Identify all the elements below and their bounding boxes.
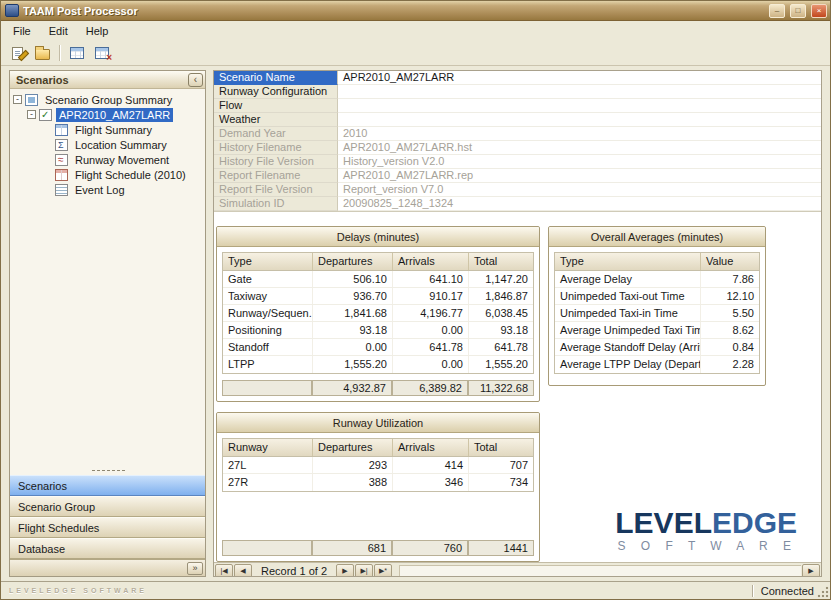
runway-groupbox: Runway Utilization Runway Departures Arr… <box>216 412 540 562</box>
tree-item-icon <box>55 169 68 181</box>
table-icon <box>70 47 84 59</box>
close-table-button[interactable] <box>91 43 113 63</box>
sidebar-nav-button[interactable]: Scenario Group <box>10 496 205 517</box>
property-value <box>338 99 821 113</box>
last-record-button[interactable]: ▶| <box>355 564 373 577</box>
tree-item[interactable]: - Runway Movement <box>10 152 205 167</box>
property-row[interactable]: Flow <box>214 99 821 113</box>
app-window: TAAM Post Processor – □ × File Edit Help… <box>0 0 831 600</box>
delays-table-row: Taxiway 936.70 910.17 1,846.87 <box>223 288 533 305</box>
tree-item[interactable]: - Location Summary <box>10 137 205 152</box>
property-row[interactable]: Weather <box>214 113 821 127</box>
averages-table-row: Average Standoff Delay (Arrivals) 0.84 <box>555 339 759 356</box>
averages-title: Overall Averages (minutes) <box>549 227 765 247</box>
property-row[interactable]: History File Version History_version V2.… <box>214 155 821 169</box>
property-value: 20090825_1248_1324 <box>338 197 821 211</box>
averages-groupbox: Overall Averages (minutes) Type Value <box>548 226 766 386</box>
menu-item[interactable]: File <box>4 23 40 40</box>
tree-item[interactable]: - Flight Schedule (2010) <box>10 167 205 182</box>
tree-item[interactable]: - APR2010_AM27LARR <box>10 107 205 122</box>
averages-table-row: Unimpeded Taxi-in Time 5.50 <box>555 305 759 322</box>
property-value: APR2010_AM27LARR.rep <box>338 169 821 183</box>
close-button[interactable]: × <box>811 4 827 18</box>
menu-bar: File Edit Help <box>1 21 830 41</box>
tree-expander-icon[interactable]: - <box>13 95 22 104</box>
status-separator <box>752 585 753 597</box>
averages-table-row: Average Unimpeded Taxi Time 8.62 <box>555 322 759 339</box>
column-header: Departures <box>313 253 393 270</box>
column-header: Total <box>469 439 533 456</box>
tree-item[interactable]: - Event Log <box>10 182 205 197</box>
column-header: Arrivals <box>393 253 469 270</box>
property-value <box>338 113 821 127</box>
runway-table-row: 27L 293 414 707 <box>223 457 533 474</box>
open-button[interactable] <box>31 43 53 63</box>
sidebar-nav-button[interactable]: Scenarios <box>10 475 205 496</box>
property-row[interactable]: Demand Year 2010 <box>214 127 821 141</box>
edit-report-button[interactable] <box>6 43 28 63</box>
scenario-tree: - Scenario Group Summary - APR2010_AM27L… <box>10 89 205 466</box>
property-row[interactable]: Scenario Name APR2010_AM27LARR <box>214 71 821 85</box>
sidebar-nav-button[interactable]: Database <box>10 538 205 559</box>
property-row[interactable]: Report Filename APR2010_AM27LARR.rep <box>214 169 821 183</box>
scroll-right-button[interactable]: ▶ <box>802 564 820 577</box>
delays-title: Delays (minutes) <box>217 227 539 247</box>
property-label: Demand Year <box>214 127 338 141</box>
open-folder-icon <box>35 49 50 60</box>
toolbar-separator <box>59 45 60 61</box>
toolbar <box>1 41 830 66</box>
next-record-button[interactable]: ▶ <box>336 564 354 577</box>
property-row[interactable]: Simulation ID 20090825_1248_1324 <box>214 197 821 211</box>
tree-item-icon <box>55 139 68 151</box>
sidebar-nav: Scenarios Scenario Group Flight Schedule… <box>10 475 205 559</box>
column-header: Total <box>469 253 533 270</box>
property-label: Report File Version <box>214 183 338 197</box>
property-value: History_version V2.0 <box>338 155 821 169</box>
runway-table-row: 27R 388 346 734 <box>223 474 533 491</box>
tree-expander-icon[interactable]: - <box>27 110 36 119</box>
menu-item[interactable]: Help <box>77 23 118 40</box>
first-record-button[interactable]: |◀ <box>215 564 233 577</box>
property-label: Weather <box>214 113 338 127</box>
app-icon <box>5 4 19 17</box>
averages-table-row: Average LTPP Delay (Departures) 2.28 <box>555 356 759 373</box>
sidebar-nav-button[interactable]: Flight Schedules <box>10 517 205 538</box>
delays-table: Type Departures Arrivals Total Gate <box>222 252 534 374</box>
collapse-panel-button[interactable]: ‹ <box>188 73 203 87</box>
tree-item-icon <box>55 184 68 196</box>
resize-grip[interactable] <box>816 585 829 598</box>
logo-edge-text: EDGE <box>712 506 797 539</box>
leveledge-logo: LEVELEDGE S O F T W A R E <box>615 508 797 552</box>
property-label: Report Filename <box>214 169 338 183</box>
minimize-button[interactable]: – <box>769 4 785 18</box>
tree-item-label: Event Log <box>72 183 128 197</box>
sidebar-overflow-button[interactable]: » <box>187 562 203 575</box>
property-value: APR2010_AM27LARR.hst <box>338 141 821 155</box>
status-brand-text: LEVELEDGE SOFTWARE <box>1 587 147 594</box>
tree-item[interactable]: - Flight Summary <box>10 122 205 137</box>
tree-item-icon <box>39 109 52 121</box>
property-row[interactable]: Report File Version Report_version V7.0 <box>214 183 821 197</box>
scenario-properties-grid: Scenario Name APR2010_AM27LARR Runway Co… <box>214 71 821 212</box>
runway-totals-row: 681 760 1441 <box>222 540 534 556</box>
delays-table-row: Runway/Sequen... 1,841.68 4,196.77 6,038… <box>223 305 533 322</box>
property-label: History Filename <box>214 141 338 155</box>
runway-table: Runway Departures Arrivals Total 27L 293 <box>222 438 534 492</box>
property-row[interactable]: History Filename APR2010_AM27LARR.hst <box>214 141 821 155</box>
property-label: Flow <box>214 99 338 113</box>
property-label: Simulation ID <box>214 197 338 211</box>
property-value: Report_version V7.0 <box>338 183 821 197</box>
show-table-button[interactable] <box>66 43 88 63</box>
prev-record-button[interactable]: ◀ <box>234 564 252 577</box>
scenarios-panel-header: Scenarios ‹ <box>10 71 205 89</box>
tree-item[interactable]: - Scenario Group Summary <box>10 92 205 107</box>
horizontal-scrollbar-track[interactable] <box>399 565 801 578</box>
maximize-button[interactable]: □ <box>790 4 806 18</box>
sidebar-splitter-handle[interactable] <box>10 466 205 475</box>
property-row[interactable]: Runway Configuration <box>214 85 821 99</box>
status-bar: LEVELEDGE SOFTWARE Connected <box>1 581 830 599</box>
tree-item-label: Location Summary <box>72 138 170 152</box>
new-record-button[interactable]: ▶* <box>374 564 392 577</box>
tree-item-label: Flight Schedule (2010) <box>72 168 189 182</box>
menu-item[interactable]: Edit <box>40 23 77 40</box>
